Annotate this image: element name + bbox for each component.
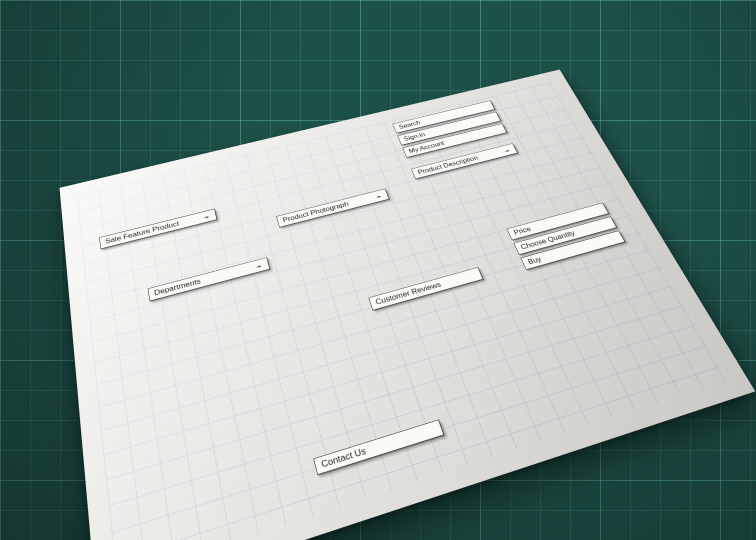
card-sale-feature-product[interactable]: Sale Feature Product ➛ bbox=[99, 208, 217, 249]
card-label: Sale Feature Product bbox=[105, 220, 180, 245]
card-contact-us[interactable]: Contact Us bbox=[313, 420, 444, 475]
arrow-icon: ➛ bbox=[203, 213, 210, 220]
scene: Search Sign-in My Account Product Descri… bbox=[0, 0, 756, 540]
card-label: Product Description bbox=[417, 154, 480, 176]
card-product-photograph[interactable]: Product Photograph ➛ bbox=[276, 188, 389, 228]
arrow-icon: ➛ bbox=[503, 148, 511, 154]
card-label: Contact Us bbox=[320, 446, 368, 470]
card-label: Departments bbox=[154, 277, 201, 296]
card-label: Product Photograph bbox=[282, 200, 350, 224]
card-departments[interactable]: Departments ➛ bbox=[148, 257, 270, 301]
arrow-icon: ➛ bbox=[255, 262, 263, 270]
card-customer-reviews[interactable]: Customer Reviews bbox=[368, 267, 484, 310]
arrow-icon: ➛ bbox=[375, 193, 383, 200]
card-label: Buy bbox=[526, 255, 542, 266]
grid-paper: Search Sign-in My Account Product Descri… bbox=[60, 70, 755, 540]
card-label: Search bbox=[398, 120, 422, 130]
card-label: Sign-in bbox=[403, 131, 426, 142]
card-label: Customer Reviews bbox=[374, 280, 442, 306]
card-label: Price bbox=[512, 225, 532, 236]
